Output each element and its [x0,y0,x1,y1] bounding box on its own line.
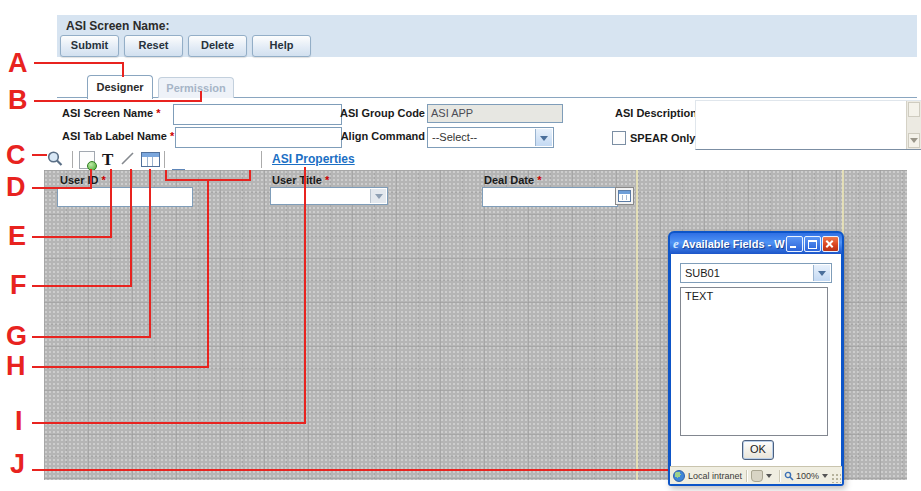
window-title: Available Fields - Wind... [682,238,785,250]
chevron-down-icon[interactable] [813,265,830,281]
annotation-line-f [130,169,132,287]
annotation-line-c [32,154,47,156]
spear-only-label: SPEAR Only [630,132,695,144]
annotation-line-b [34,100,202,102]
annotation-line-h [165,170,167,181]
required-asterisk: * [170,130,174,142]
toolbar-separator [261,151,262,168]
deal-date-input[interactable] [482,187,618,207]
reset-button[interactable]: Reset [124,35,183,57]
chevron-down-icon[interactable] [822,474,828,478]
spear-only-checkbox[interactable] [612,131,626,145]
screen-name-input[interactable] [173,104,342,125]
line-tool-icon[interactable] [120,151,136,167]
required-asterisk: * [537,174,541,186]
annotation-letter-d: D [6,174,26,200]
app-header-bar [57,15,917,57]
required-asterisk: * [325,174,329,186]
tab-label-name-input[interactable] [175,127,342,148]
annotation-letter-f: F [10,272,27,298]
ie-logo-icon: e [673,236,679,252]
annotation-letter-i: I [15,408,23,434]
annotation-line-h [249,170,251,181]
annotation-letter-h: H [6,353,26,379]
align-command-select[interactable]: --Select-- [427,127,554,148]
available-fields-list[interactable]: TEXT [680,287,828,436]
minimize-icon[interactable] [786,236,803,252]
annotation-line-f [32,285,132,287]
annotation-line-e [110,169,112,238]
annotation-line-d [32,187,92,189]
protected-mode-icon[interactable] [751,470,763,482]
help-button[interactable]: Help [252,35,311,57]
tab-label-name-label: ASI Tab Label Name * [62,130,174,142]
list-item[interactable]: TEXT [681,288,827,304]
toolbar-separator [72,151,73,168]
required-asterisk: * [102,174,106,186]
submit-button[interactable]: Submit [60,35,119,57]
annotation-line-h [32,366,209,368]
annotation-letter-b: B [8,87,28,113]
chevron-down-icon[interactable] [766,474,772,478]
screen: ASI Screen Name: Submit Reset Delete Hel… [0,0,921,491]
annotation-line-e [32,236,112,238]
tab-designer[interactable]: Designer [87,75,153,99]
annotation-line-i [32,422,306,424]
canvas-field-label: Deal Date * [484,174,541,186]
screen-name-label: ASI Screen Name * [62,107,160,119]
annotation-letter-j: J [10,451,25,477]
annotation-line-a [122,62,124,77]
description-label: ASI Description [615,107,697,119]
annotation-line-d [90,169,92,189]
chevron-down-icon[interactable] [370,189,386,203]
asi-properties-link[interactable]: ASI Properties [272,152,355,166]
window-status-bar: Local intranet 100% [670,466,842,484]
zoom-level-icon [784,471,794,481]
status-zone-text: Local intranet [688,471,742,481]
resize-grip[interactable] [831,473,841,483]
description-scrollbar[interactable] [906,101,921,149]
align-command-label: Align Command [338,130,425,142]
table-tool-icon[interactable] [141,152,160,167]
canvas-guide-line [636,170,638,480]
canvas-field-label: User Title * [272,174,329,186]
annotation-letter-e: E [8,223,26,249]
canvas-field-label: User ID * [60,174,106,186]
toolbar-separator [164,151,165,168]
annotation-line-i [304,167,306,424]
scroll-up-icon[interactable] [908,102,920,117]
annotation-letter-g: G [6,323,27,349]
annotation-line-h [165,179,251,181]
description-textarea[interactable] [695,100,921,150]
intranet-zone-icon [673,470,685,482]
close-icon[interactable] [822,236,839,252]
annotation-line-b [200,91,202,102]
annotation-letter-a: A [8,50,28,76]
add-field-icon[interactable] [79,151,95,169]
group-code-label: ASI Group Code [338,107,425,119]
maximize-icon[interactable] [804,236,821,252]
available-fields-window: e Available Fields - Wind... SUB01 TEXT … [668,231,844,486]
tab-permission[interactable]: Permission [158,77,234,98]
scroll-down-icon[interactable] [908,133,920,148]
zoom-tool-icon[interactable] [46,150,64,168]
required-asterisk: * [156,107,160,119]
group-code-value: ASI APP [427,104,563,123]
window-title-bar[interactable]: e Available Fields - Wind... [670,233,842,254]
annotation-line-h [207,181,209,368]
annotation-line-g [32,336,151,338]
ok-button[interactable]: OK [742,440,774,460]
text-tool-icon[interactable]: T [102,151,113,168]
user-title-select[interactable] [270,187,388,205]
delete-button[interactable]: Delete [188,35,247,57]
annotation-line-g [149,169,151,338]
page-title: ASI Screen Name: [66,19,169,33]
annotation-line-j [32,469,668,471]
calendar-icon[interactable] [615,187,634,205]
annotation-letter-c: C [6,142,26,168]
subsystem-select[interactable]: SUB01 [680,263,832,283]
user-id-input[interactable] [57,187,193,207]
zoom-level-text[interactable]: 100% [796,471,819,481]
annotation-line-a [34,62,124,64]
chevron-down-icon[interactable] [535,129,552,146]
